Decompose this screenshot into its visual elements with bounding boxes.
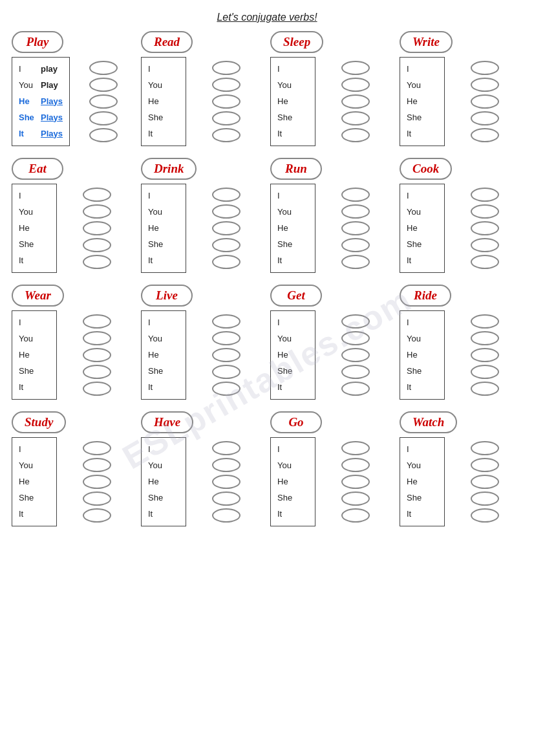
pronoun-label: He xyxy=(277,97,295,105)
answer-oval[interactable] xyxy=(212,61,240,75)
answer-oval[interactable] xyxy=(471,508,499,523)
answer-oval[interactable] xyxy=(341,508,370,523)
answer-oval[interactable] xyxy=(212,458,240,472)
pronoun-row: It xyxy=(407,254,438,266)
answer-oval[interactable] xyxy=(83,365,111,379)
answer-oval[interactable] xyxy=(341,491,370,506)
answer-oval[interactable] xyxy=(341,61,370,75)
answer-oval[interactable] xyxy=(471,382,499,396)
answer-oval[interactable] xyxy=(212,188,240,202)
answer-oval[interactable] xyxy=(471,255,499,269)
pronoun-label: He xyxy=(148,477,166,486)
answer-oval[interactable] xyxy=(212,491,240,506)
pronouns-box-run: IYouHeSheIt xyxy=(270,184,315,273)
pronoun-label: He xyxy=(407,477,425,486)
answer-oval[interactable] xyxy=(212,331,240,345)
answer-oval[interactable] xyxy=(341,475,370,489)
answer-oval[interactable] xyxy=(212,221,240,235)
answer-oval[interactable] xyxy=(89,78,118,92)
answer-oval[interactable] xyxy=(471,61,499,75)
pronouns-box-read: IYouHeSheIt xyxy=(141,57,186,146)
pronoun-label: I xyxy=(148,318,166,327)
answer-oval[interactable] xyxy=(212,441,240,455)
pronoun-label: She xyxy=(407,493,425,502)
pronoun-row: It xyxy=(148,127,179,139)
answer-oval[interactable] xyxy=(471,365,499,379)
answer-oval[interactable] xyxy=(212,204,240,219)
answer-oval[interactable] xyxy=(341,255,370,269)
answer-oval[interactable] xyxy=(341,204,370,219)
answer-oval[interactable] xyxy=(89,128,118,142)
answer-oval[interactable] xyxy=(341,365,370,379)
pronoun-label: She xyxy=(148,240,166,248)
verb-label-write: Write xyxy=(400,31,453,53)
answer-oval[interactable] xyxy=(212,348,240,362)
answer-oval[interactable] xyxy=(212,475,240,489)
answer-oval[interactable] xyxy=(471,441,499,455)
answer-oval[interactable] xyxy=(89,111,118,125)
pronoun-row: She xyxy=(148,111,179,123)
answer-oval[interactable] xyxy=(83,348,111,362)
answer-oval[interactable] xyxy=(212,238,240,252)
answer-oval[interactable] xyxy=(83,491,111,506)
answer-oval[interactable] xyxy=(341,128,370,142)
answer-oval[interactable] xyxy=(212,365,240,379)
answer-oval[interactable] xyxy=(471,128,499,142)
pronoun-answer: Plays xyxy=(41,129,63,138)
answer-oval[interactable] xyxy=(89,61,118,75)
answer-oval[interactable] xyxy=(341,331,370,345)
answer-oval[interactable] xyxy=(83,204,111,219)
answer-oval[interactable] xyxy=(471,458,499,472)
answer-oval[interactable] xyxy=(341,221,370,235)
answer-oval[interactable] xyxy=(341,111,370,125)
answer-oval[interactable] xyxy=(341,441,370,455)
answer-oval[interactable] xyxy=(341,238,370,252)
answer-oval[interactable] xyxy=(471,111,499,125)
answer-oval[interactable] xyxy=(471,348,499,362)
answer-oval[interactable] xyxy=(83,221,111,235)
answer-oval[interactable] xyxy=(471,314,499,329)
answer-oval[interactable] xyxy=(212,128,240,142)
answer-oval[interactable] xyxy=(212,255,240,269)
answer-oval[interactable] xyxy=(471,475,499,489)
answer-oval[interactable] xyxy=(83,188,111,202)
answer-oval[interactable] xyxy=(341,348,370,362)
answer-oval[interactable] xyxy=(471,94,499,109)
answer-oval[interactable] xyxy=(83,314,111,329)
answer-oval[interactable] xyxy=(83,475,111,489)
answer-oval[interactable] xyxy=(341,188,370,202)
answer-oval[interactable] xyxy=(471,188,499,202)
answer-oval[interactable] xyxy=(471,221,499,235)
pronoun-label: He xyxy=(148,97,166,105)
answer-oval[interactable] xyxy=(471,331,499,345)
answer-oval[interactable] xyxy=(83,238,111,252)
answer-oval[interactable] xyxy=(471,78,499,92)
answer-oval[interactable] xyxy=(83,508,111,523)
answer-oval[interactable] xyxy=(212,382,240,396)
answer-oval[interactable] xyxy=(212,314,240,329)
answer-oval[interactable] xyxy=(341,94,370,109)
answer-oval[interactable] xyxy=(83,441,111,455)
answer-oval[interactable] xyxy=(212,111,240,125)
answer-oval[interactable] xyxy=(83,382,111,396)
pronoun-row: I xyxy=(19,443,50,455)
pronoun-label: It xyxy=(277,256,295,265)
pronoun-row: He xyxy=(277,349,308,360)
answer-oval[interactable] xyxy=(83,331,111,345)
ovals-col-sleep xyxy=(318,57,393,146)
answer-oval[interactable] xyxy=(471,204,499,219)
verb-card-write: WriteIYouHeSheIt xyxy=(400,31,522,146)
answer-oval[interactable] xyxy=(212,94,240,109)
answer-oval[interactable] xyxy=(212,508,240,523)
answer-oval[interactable] xyxy=(341,78,370,92)
answer-oval[interactable] xyxy=(341,382,370,396)
answer-oval[interactable] xyxy=(341,314,370,329)
answer-oval[interactable] xyxy=(83,458,111,472)
pronoun-label: I xyxy=(19,65,37,73)
answer-oval[interactable] xyxy=(89,94,118,109)
answer-oval[interactable] xyxy=(471,238,499,252)
answer-oval[interactable] xyxy=(471,491,499,506)
answer-oval[interactable] xyxy=(341,458,370,472)
answer-oval[interactable] xyxy=(83,255,111,269)
answer-oval[interactable] xyxy=(212,78,240,92)
